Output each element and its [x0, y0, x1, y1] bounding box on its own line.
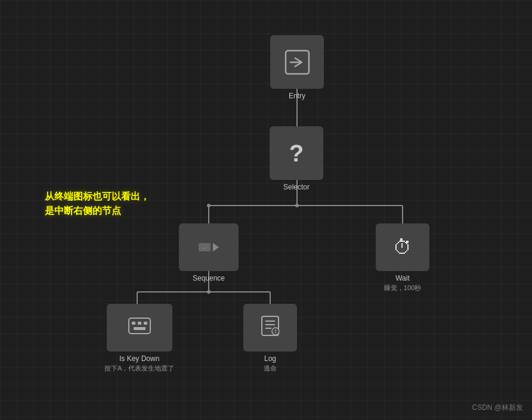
keyboard-icon [128, 317, 151, 339]
entry-icon [284, 49, 311, 76]
iskeydown-node[interactable]: Is Key Down 按下A，代表发生地震了 [104, 304, 174, 373]
iskeydown-sublabel: 按下A，代表发生地震了 [104, 364, 174, 373]
wait-node-box[interactable]: ⏱ [376, 223, 429, 271]
wait-node[interactable]: ⏱ Wait 睡觉，100秒 [376, 223, 429, 293]
sequence-node-box[interactable]: → [179, 223, 239, 271]
svg-point-13 [207, 290, 211, 294]
selector-node[interactable]: ? Selector [270, 126, 323, 191]
sequence-icon: → [199, 243, 219, 251]
question-icon: ? [289, 140, 304, 167]
wait-label: Wait [395, 274, 410, 282]
log-node[interactable]: Log 逃命 [243, 304, 297, 373]
entry-node[interactable]: Entry [270, 35, 324, 100]
annotation-line1: 从终端图标也可以看出， [45, 189, 150, 204]
svg-rect-16 [129, 318, 150, 334]
sequence-label: Sequence [193, 274, 225, 282]
annotation-text: 从终端图标也可以看出， 是中断右侧的节点 [45, 189, 150, 218]
svg-rect-20 [134, 327, 146, 330]
selector-node-box[interactable]: ? [270, 126, 323, 180]
log-node-box[interactable] [243, 304, 297, 351]
selector-label: Selector [283, 183, 310, 191]
svg-point-11 [207, 204, 211, 207]
svg-rect-18 [138, 322, 141, 325]
log-icon [259, 315, 281, 341]
wait-sublabel: 睡觉，100秒 [384, 284, 421, 293]
watermark: CSDN @林新发 [472, 403, 523, 413]
clock-icon: ⏱ [393, 237, 412, 259]
annotation-line2: 是中断右侧的节点 [45, 204, 150, 218]
iskeydown-node-box[interactable] [107, 304, 172, 351]
sequence-node[interactable]: → Sequence [179, 223, 239, 282]
svg-point-12 [295, 204, 299, 207]
log-label: Log [264, 354, 276, 363]
svg-rect-17 [132, 322, 135, 325]
svg-point-27 [275, 332, 276, 333]
iskeydown-label: Is Key Down [119, 354, 159, 363]
svg-rect-19 [144, 322, 147, 325]
log-sublabel: 逃命 [264, 364, 277, 373]
canvas: Entry ? Selector → Sequence ⏱ Wait 睡觉，10… [0, 0, 532, 420]
entry-label: Entry [289, 92, 305, 100]
entry-node-box[interactable] [270, 35, 324, 89]
